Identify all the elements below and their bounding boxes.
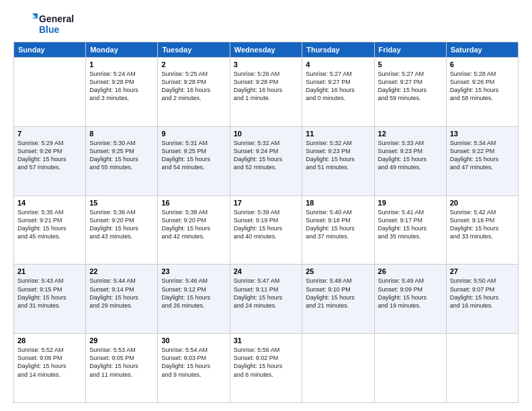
calendar-cell: 15Sunrise: 5:36 AM Sunset: 9:20 PM Dayli… xyxy=(86,195,158,265)
day-number: 1 xyxy=(89,60,154,68)
day-number: 11 xyxy=(306,130,370,138)
day-info: Sunrise: 5:25 AM Sunset: 9:28 PM Dayligh… xyxy=(161,70,226,103)
calendar-cell: 31Sunrise: 5:56 AM Sunset: 9:02 PM Dayli… xyxy=(230,334,302,403)
logo-graphic: General Blue xyxy=(13,12,74,36)
day-info: Sunrise: 5:26 AM Sunset: 9:28 PM Dayligh… xyxy=(234,70,299,103)
day-number: 3 xyxy=(234,60,299,68)
calendar-cell: 17Sunrise: 5:39 AM Sunset: 9:19 PM Dayli… xyxy=(230,195,302,265)
day-number: 21 xyxy=(17,267,82,275)
calendar-cell: 21Sunrise: 5:43 AM Sunset: 9:15 PM Dayli… xyxy=(14,265,86,334)
day-number: 24 xyxy=(234,267,299,275)
day-number: 31 xyxy=(234,336,299,345)
weekday-thursday: Thursday xyxy=(302,42,374,58)
calendar-cell: 3Sunrise: 5:26 AM Sunset: 9:28 PM Daylig… xyxy=(230,58,302,127)
day-number: 12 xyxy=(378,130,443,138)
calendar-cell xyxy=(446,334,518,403)
calendar-cell: 13Sunrise: 5:34 AM Sunset: 9:22 PM Dayli… xyxy=(446,126,518,195)
calendar-cell: 28Sunrise: 5:52 AM Sunset: 9:06 PM Dayli… xyxy=(14,334,86,403)
day-info: Sunrise: 5:30 AM Sunset: 9:25 PM Dayligh… xyxy=(89,139,154,172)
week-row-3: 14Sunrise: 5:35 AM Sunset: 9:21 PM Dayli… xyxy=(14,195,519,265)
day-number: 20 xyxy=(450,199,515,207)
day-number: 15 xyxy=(89,199,154,207)
day-number: 7 xyxy=(17,130,82,138)
day-info: Sunrise: 5:32 AM Sunset: 9:23 PM Dayligh… xyxy=(306,139,370,172)
weekday-sunday: Sunday xyxy=(14,42,86,58)
day-info: Sunrise: 5:54 AM Sunset: 9:03 PM Dayligh… xyxy=(161,346,226,379)
day-number: 8 xyxy=(89,130,154,138)
weekday-tuesday: Tuesday xyxy=(158,42,230,58)
day-info: Sunrise: 5:27 AM Sunset: 9:27 PM Dayligh… xyxy=(306,70,370,103)
day-info: Sunrise: 5:49 AM Sunset: 9:09 PM Dayligh… xyxy=(378,277,443,310)
day-number: 29 xyxy=(89,336,154,345)
day-info: Sunrise: 5:43 AM Sunset: 9:15 PM Dayligh… xyxy=(17,277,82,310)
calendar-table: SundayMondayTuesdayWednesdayThursdayFrid… xyxy=(13,42,519,403)
header: General Blue xyxy=(13,12,519,36)
calendar-cell: 25Sunrise: 5:48 AM Sunset: 9:10 PM Dayli… xyxy=(302,265,374,334)
weekday-friday: Friday xyxy=(374,42,446,58)
day-info: Sunrise: 5:47 AM Sunset: 9:11 PM Dayligh… xyxy=(234,277,299,310)
day-number: 13 xyxy=(450,130,515,138)
calendar-cell: 22Sunrise: 5:44 AM Sunset: 9:14 PM Dayli… xyxy=(86,265,158,334)
day-number: 9 xyxy=(161,130,226,138)
page: General Blue SundayMondayTuesdayWednesda… xyxy=(0,0,532,411)
calendar-cell: 11Sunrise: 5:32 AM Sunset: 9:23 PM Dayli… xyxy=(302,126,374,195)
day-number: 26 xyxy=(378,267,443,275)
day-number: 14 xyxy=(17,199,82,207)
day-info: Sunrise: 5:28 AM Sunset: 9:26 PM Dayligh… xyxy=(450,70,515,103)
day-info: Sunrise: 5:35 AM Sunset: 9:21 PM Dayligh… xyxy=(17,208,82,241)
day-info: Sunrise: 5:52 AM Sunset: 9:06 PM Dayligh… xyxy=(17,346,82,379)
day-info: Sunrise: 5:41 AM Sunset: 9:17 PM Dayligh… xyxy=(378,208,443,241)
logo: General Blue xyxy=(13,12,74,36)
calendar-cell: 9Sunrise: 5:31 AM Sunset: 9:25 PM Daylig… xyxy=(158,126,230,195)
calendar-cell: 27Sunrise: 5:50 AM Sunset: 9:07 PM Dayli… xyxy=(446,265,518,334)
calendar-cell: 12Sunrise: 5:33 AM Sunset: 9:23 PM Dayli… xyxy=(374,126,446,195)
day-number: 10 xyxy=(234,130,299,138)
calendar-cell: 6Sunrise: 5:28 AM Sunset: 9:26 PM Daylig… xyxy=(446,58,518,127)
day-number: 17 xyxy=(234,199,299,207)
calendar-cell xyxy=(14,58,86,127)
calendar-cell: 10Sunrise: 5:32 AM Sunset: 9:24 PM Dayli… xyxy=(230,126,302,195)
day-info: Sunrise: 5:44 AM Sunset: 9:14 PM Dayligh… xyxy=(89,277,154,310)
day-number: 19 xyxy=(378,199,443,207)
week-row-1: 1Sunrise: 5:24 AM Sunset: 9:28 PM Daylig… xyxy=(14,58,519,127)
day-info: Sunrise: 5:48 AM Sunset: 9:10 PM Dayligh… xyxy=(306,277,370,310)
day-number: 4 xyxy=(306,60,370,68)
day-number: 25 xyxy=(306,267,370,275)
calendar-cell: 16Sunrise: 5:38 AM Sunset: 9:20 PM Dayli… xyxy=(158,195,230,265)
day-info: Sunrise: 5:53 AM Sunset: 9:05 PM Dayligh… xyxy=(89,346,154,379)
calendar-cell xyxy=(374,334,446,403)
day-info: Sunrise: 5:32 AM Sunset: 9:24 PM Dayligh… xyxy=(234,139,299,172)
day-info: Sunrise: 5:50 AM Sunset: 9:07 PM Dayligh… xyxy=(450,277,515,310)
day-info: Sunrise: 5:42 AM Sunset: 9:16 PM Dayligh… xyxy=(450,208,515,241)
day-number: 18 xyxy=(306,199,370,207)
day-number: 16 xyxy=(161,199,226,207)
week-row-2: 7Sunrise: 5:29 AM Sunset: 9:26 PM Daylig… xyxy=(14,126,519,195)
calendar-cell: 29Sunrise: 5:53 AM Sunset: 9:05 PM Dayli… xyxy=(86,334,158,403)
weekday-header-row: SundayMondayTuesdayWednesdayThursdayFrid… xyxy=(14,42,519,58)
calendar-cell: 24Sunrise: 5:47 AM Sunset: 9:11 PM Dayli… xyxy=(230,265,302,334)
day-number: 27 xyxy=(450,267,515,275)
calendar-cell: 14Sunrise: 5:35 AM Sunset: 9:21 PM Dayli… xyxy=(14,195,86,265)
day-info: Sunrise: 5:40 AM Sunset: 9:18 PM Dayligh… xyxy=(306,208,370,241)
calendar-cell: 30Sunrise: 5:54 AM Sunset: 9:03 PM Dayli… xyxy=(158,334,230,403)
calendar-cell: 2Sunrise: 5:25 AM Sunset: 9:28 PM Daylig… xyxy=(158,58,230,127)
day-info: Sunrise: 5:31 AM Sunset: 9:25 PM Dayligh… xyxy=(161,139,226,172)
day-number: 30 xyxy=(161,336,226,345)
day-info: Sunrise: 5:36 AM Sunset: 9:20 PM Dayligh… xyxy=(89,208,154,241)
day-number: 23 xyxy=(161,267,226,275)
day-info: Sunrise: 5:38 AM Sunset: 9:20 PM Dayligh… xyxy=(161,208,226,241)
logo-line1: General xyxy=(39,13,74,24)
week-row-4: 21Sunrise: 5:43 AM Sunset: 9:15 PM Dayli… xyxy=(14,265,519,334)
day-info: Sunrise: 5:46 AM Sunset: 9:12 PM Dayligh… xyxy=(161,277,226,310)
calendar-cell: 18Sunrise: 5:40 AM Sunset: 9:18 PM Dayli… xyxy=(302,195,374,265)
weekday-saturday: Saturday xyxy=(446,42,518,58)
weekday-monday: Monday xyxy=(86,42,158,58)
week-row-5: 28Sunrise: 5:52 AM Sunset: 9:06 PM Dayli… xyxy=(14,334,519,403)
calendar-cell: 19Sunrise: 5:41 AM Sunset: 9:17 PM Dayli… xyxy=(374,195,446,265)
calendar-cell: 23Sunrise: 5:46 AM Sunset: 9:12 PM Dayli… xyxy=(158,265,230,334)
day-number: 2 xyxy=(161,60,226,68)
logo-line2: Blue xyxy=(39,24,74,35)
calendar-cell: 7Sunrise: 5:29 AM Sunset: 9:26 PM Daylig… xyxy=(14,126,86,195)
day-number: 5 xyxy=(378,60,443,68)
day-number: 28 xyxy=(17,336,82,345)
